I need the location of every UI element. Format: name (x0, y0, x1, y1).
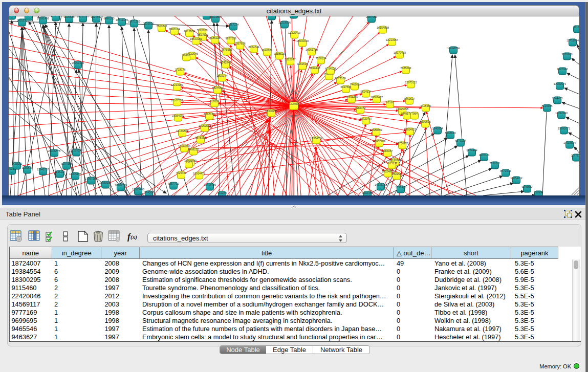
svg-text:15720407: 15720407 (360, 117, 372, 120)
svg-text:8878352: 8878352 (195, 136, 206, 139)
svg-text:7485063: 7485063 (401, 67, 411, 70)
svg-text:12923448: 12923448 (132, 188, 144, 191)
svg-text:8912954: 8912954 (184, 30, 195, 33)
svg-text:(x): (x) (130, 234, 137, 240)
svg-text:974508: 974508 (144, 191, 154, 194)
svg-text:9474444: 9474444 (467, 149, 477, 152)
svg-text:15692071: 15692071 (558, 127, 570, 130)
svg-text:26053346: 26053346 (72, 61, 84, 64)
svg-text:16154808: 16154808 (377, 26, 389, 29)
svg-text:16961758: 16961758 (306, 48, 318, 51)
svg-text:16033809: 16033809 (209, 16, 222, 18)
svg-text:9463627: 9463627 (404, 97, 415, 100)
svg-text:8215955: 8215955 (542, 104, 553, 107)
svg-text:1244415: 1244415 (552, 97, 563, 100)
svg-text:17016504: 17016504 (563, 141, 576, 144)
svg-text:15751074: 15751074 (567, 39, 579, 42)
svg-text:5226058: 5226058 (197, 29, 208, 32)
svg-text:7663822: 7663822 (157, 25, 167, 28)
svg-text:10107553: 10107553 (171, 99, 183, 102)
svg-text:9146821: 9146821 (262, 49, 273, 52)
svg-text:1092450: 1092450 (362, 191, 373, 194)
svg-text:20206578: 20206578 (48, 149, 60, 152)
svg-text:6679197: 6679197 (455, 139, 466, 142)
svg-text:7964: 7964 (411, 112, 418, 115)
svg-text:910243: 910243 (217, 191, 227, 194)
svg-text:10653267: 10653267 (77, 16, 89, 18)
svg-text:10807467: 10807467 (371, 96, 383, 99)
svg-text:2935114: 2935114 (479, 154, 490, 157)
svg-text:8186328: 8186328 (210, 36, 221, 39)
svg-text:9106528: 9106528 (64, 16, 75, 18)
svg-text:15716485: 15716485 (204, 183, 216, 186)
svg-text:16914479: 16914479 (193, 172, 205, 175)
svg-text:6466160: 6466160 (104, 17, 115, 20)
svg-text:20364436: 20364436 (345, 96, 358, 99)
svg-text:1577: 1577 (186, 161, 192, 164)
svg-text:7625402: 7625402 (176, 171, 187, 174)
svg-text:9657791: 9657791 (168, 182, 179, 185)
svg-text:9827500: 9827500 (198, 33, 208, 36)
svg-text:746266: 746266 (350, 83, 359, 86)
svg-text:16648784: 16648784 (447, 47, 460, 50)
svg-text:830904: 830904 (534, 191, 543, 194)
svg-text:8471676: 8471676 (500, 169, 511, 172)
svg-text:1640954: 1640954 (432, 127, 443, 130)
svg-text:1167533: 1167533 (571, 154, 579, 157)
svg-text:9699695: 9699695 (420, 120, 431, 123)
svg-text:2455061: 2455061 (24, 16, 34, 16)
svg-text:6794024: 6794024 (325, 67, 336, 70)
svg-text:1733426: 1733426 (396, 186, 406, 189)
svg-text:6498222: 6498222 (188, 148, 199, 151)
svg-text:19756928: 19756928 (396, 142, 408, 145)
svg-text:1527602: 1527602 (91, 16, 102, 18)
svg-text:1615132: 1615132 (387, 162, 398, 165)
svg-text:16782759: 16782759 (115, 184, 127, 187)
svg-text:12325419: 12325419 (288, 31, 300, 34)
svg-text:5624534: 5624534 (361, 90, 372, 93)
svg-text:17957253: 17957253 (85, 177, 97, 180)
svg-text:7986372: 7986372 (355, 106, 366, 110)
svg-text:9827508: 9827508 (226, 37, 236, 40)
svg-text:19166827: 19166827 (176, 129, 188, 133)
svg-text:1588520: 1588520 (274, 52, 285, 55)
svg-text:10688609: 10688609 (370, 128, 382, 132)
svg-text:1145194: 1145194 (55, 170, 66, 173)
svg-text:10654112: 10654112 (510, 177, 522, 180)
svg-text:8990448: 8990448 (310, 67, 320, 70)
svg-text:18300295: 18300295 (265, 110, 277, 113)
svg-text:1062718: 1062718 (51, 16, 61, 17)
svg-text:62160: 62160 (386, 101, 394, 104)
svg-text:252254: 252254 (392, 172, 401, 176)
svg-text:14353594: 14353594 (199, 124, 211, 127)
svg-text:12905135: 12905135 (69, 172, 81, 176)
svg-text:10958107: 10958107 (99, 181, 112, 184)
svg-text:2087682: 2087682 (366, 16, 377, 18)
svg-text:12093573: 12093573 (554, 82, 566, 85)
svg-text:5322037: 5322037 (285, 58, 296, 61)
svg-text:9777169: 9777169 (335, 77, 346, 80)
svg-text:10973493: 10973493 (394, 51, 406, 54)
svg-text:8454749: 8454749 (249, 46, 259, 49)
svg-text:19054932: 19054932 (172, 114, 184, 117)
svg-text:18640910: 18640910 (296, 39, 309, 42)
svg-text:8267130: 8267130 (204, 113, 215, 116)
svg-text:10025458: 10025458 (396, 107, 408, 111)
svg-text:12942757: 12942757 (37, 168, 49, 171)
svg-text:9329966: 9329966 (562, 53, 573, 56)
svg-text:7558124: 7558124 (316, 57, 326, 60)
svg-text:2718176: 2718176 (175, 68, 186, 71)
svg-text:14136141: 14136141 (375, 183, 387, 186)
svg-text:27691406: 27691406 (37, 17, 49, 20)
svg-text:98901: 98901 (183, 54, 190, 57)
svg-text:9115460: 9115460 (421, 104, 431, 107)
svg-text:11178: 11178 (574, 26, 579, 29)
svg-text:917006: 917006 (210, 100, 219, 103)
svg-text:18807289: 18807289 (373, 140, 385, 143)
svg-text:1156819: 1156819 (22, 166, 33, 169)
svg-text:19384554: 19384554 (310, 137, 322, 140)
svg-text:2803144: 2803144 (217, 74, 228, 77)
svg-text:19654923: 19654923 (404, 128, 416, 131)
svg-text:5938923: 5938923 (445, 132, 456, 135)
svg-text:3675685: 3675685 (222, 48, 232, 51)
